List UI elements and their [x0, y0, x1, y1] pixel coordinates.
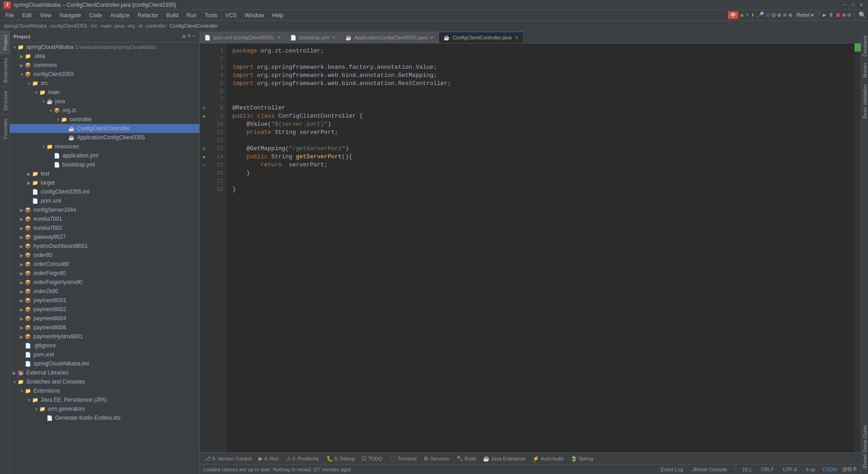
search-everywhere-icon[interactable]: 🔍: [859, 11, 866, 19]
breadcrumb-module[interactable]: configClient3355: [50, 23, 87, 28]
tree-item-generatekotlin[interactable]: 📄 Generate Kotlin Entities.kts: [10, 413, 199, 422]
status-charset[interactable]: UTF-8: [781, 466, 799, 473]
run-tool[interactable]: ▶ 4: Run: [256, 455, 281, 463]
tree-item-controller-folder[interactable]: ▾ 📁 controller: [10, 115, 199, 124]
tree-item-springcloudalibabaiml[interactable]: 📄 springCloudAlibaba.iml: [10, 359, 199, 368]
tree-item-order80[interactable]: ▶ 📦 order80: [10, 251, 199, 260]
panel-beanvalidation[interactable]: Bean Validation: [861, 81, 868, 121]
tree-item-gitignore[interactable]: 📄 .gitignore: [10, 341, 199, 350]
menu-run[interactable]: Run: [183, 11, 200, 19]
tree-item-payment8001[interactable]: ▶ 📦 payment8001: [10, 296, 199, 305]
rebel-dropdown[interactable]: Rebel ▾: [794, 11, 821, 19]
status-jrebel[interactable]: JRebel Console: [690, 466, 729, 473]
tree-item-extensions[interactable]: ▾ 📁 Extensions: [10, 386, 199, 395]
breadcrumb-src[interactable]: src: [91, 23, 98, 28]
menu-navigate[interactable]: Navigate: [56, 11, 85, 19]
menu-analyze[interactable]: Analyze: [107, 11, 133, 19]
tree-item-main[interactable]: ▾ 📁 main: [10, 88, 199, 97]
problems-tool[interactable]: ⚠ 6: Problems: [283, 455, 322, 463]
tree-item-externallibs[interactable]: ▶ 📚 External Libraries: [10, 368, 199, 377]
status-indent[interactable]: 4 sp: [804, 466, 817, 473]
panel-jrebel-setup[interactable]: JRebel Setup Guide: [861, 422, 868, 472]
panel-database[interactable]: Database: [861, 33, 868, 59]
tree-item-ormgenerators[interactable]: ▾ 📁 orm.generators: [10, 404, 199, 413]
javaenterprise-tool[interactable]: ☕ Java Enterprise: [480, 455, 528, 463]
project-sort-icon[interactable]: ≡: [188, 33, 191, 40]
tree-item-pom-root[interactable]: 📄 pom.xml: [10, 350, 199, 359]
status-position[interactable]: 18:1: [741, 466, 754, 473]
tree-item-target[interactable]: ▶ 📁 target: [10, 178, 199, 187]
tree-item-applicationyml[interactable]: 📄 application.yml: [10, 151, 199, 160]
tab-bootstrap[interactable]: 📄 bootstrap.yml ✕: [286, 32, 341, 43]
menu-edit[interactable]: Edit: [19, 11, 35, 19]
menu-tools[interactable]: Tools: [201, 11, 221, 19]
project-collapse-icon[interactable]: —: [193, 33, 196, 40]
autobuild-tool[interactable]: ⚡ Auto-build: [530, 455, 566, 463]
tree-item-eureka7001[interactable]: ▶ 📦 eureka7001: [10, 214, 199, 223]
vertical-tab-favorites[interactable]: Favorites: [0, 114, 9, 142]
tree-item-java[interactable]: ▾ ☕ java: [10, 97, 199, 106]
tree-item-javaee[interactable]: ▾ 📁 Java EE: Persistence (JPA): [10, 395, 199, 404]
terminal-tool[interactable]: ⬛ Terminal: [387, 455, 420, 463]
tree-item-payment8004[interactable]: ▶ 📦 payment8004: [10, 314, 199, 323]
tree-item-configclientcontroller[interactable]: ☕ ConfigClientController: [10, 124, 199, 133]
tree-item-configclient3355iml[interactable]: 📄 configClient3355.iml: [10, 187, 199, 196]
tree-item-configclient3355[interactable]: ▾ 📦 configClient3355: [10, 70, 199, 79]
tree-item-gateway9527[interactable]: ▶ 📦 gateway9527: [10, 232, 199, 242]
toolbar-icon-5[interactable]: ⊟: [848, 12, 851, 19]
tree-item-bootstrapyml[interactable]: 📄 bootstrap.yml: [10, 160, 199, 169]
toolbar-icon-2[interactable]: ⏸: [828, 12, 834, 19]
tab-bootstrap-close[interactable]: ✕: [332, 35, 336, 41]
tree-item-scratches[interactable]: ▾ 📁 Scratches and Consoles: [10, 377, 199, 386]
tree-item-test[interactable]: ▶ 📁 test: [10, 169, 199, 178]
breadcrumb-zt[interactable]: zt: [138, 23, 142, 28]
close-button[interactable]: ✕: [858, 2, 864, 8]
tree-item-appconfig[interactable]: ☕ ApplicationConfigClient3355: [10, 133, 199, 142]
tree-item-payment8002[interactable]: ▶ 📦 payment8002: [10, 305, 199, 314]
tree-item-commons[interactable]: ▶ 📦 commons: [10, 61, 199, 70]
toolbar-icon-4[interactable]: ⊞: [843, 12, 846, 19]
maximize-button[interactable]: □: [850, 2, 856, 8]
breadcrumb-class[interactable]: ConfigClientController: [170, 23, 218, 28]
todo-tool[interactable]: ☑ TODO: [359, 455, 385, 463]
tab-appconfig[interactable]: ☕ ApplicationConfigClient3355.java ✕: [341, 32, 439, 43]
menu-vcs[interactable]: VCS: [222, 11, 241, 19]
tab-pom[interactable]: 📄 pom.xml (configClient3355) ✕: [200, 32, 286, 43]
toolbar-icon-3[interactable]: ⏹: [835, 12, 841, 19]
code-content[interactable]: package org.zt.controller; import org.sp…: [227, 43, 854, 452]
tab-appconfig-close[interactable]: ✕: [430, 35, 434, 41]
version-control-tool[interactable]: ⎇ 9: Version Control: [202, 455, 254, 463]
tree-item-orderfeignhystrix80[interactable]: ▶ 📦 orderFeignHystrix80: [10, 278, 199, 287]
menu-file[interactable]: File: [2, 11, 18, 19]
breadcrumb-java[interactable]: java: [115, 23, 124, 28]
tree-item-src[interactable]: ▾ 📁 src: [10, 79, 199, 88]
tab-configcontroller[interactable]: ☕ ConfigClientController.java ✕: [439, 32, 523, 43]
debug-tool[interactable]: 🐛 5: Debug: [324, 455, 358, 463]
tree-item-paymenthystrix8001[interactable]: ▶ 📦 paymentHystrix8001: [10, 332, 199, 341]
build-tool[interactable]: 🔨 Build: [454, 455, 478, 463]
tree-item-springcloudalibaba[interactable]: ▾ 📁 springCloudAlibaba D:\workspace\spri…: [10, 43, 199, 52]
tree-item-payment8006[interactable]: ▶ 📦 payment8006: [10, 323, 199, 332]
vertical-tab-bookmarks[interactable]: Bookmarks: [0, 54, 9, 86]
tree-item-orderfeign80[interactable]: ▶ 📦 orderFeign80: [10, 269, 199, 278]
spring-tool[interactable]: 🍃 Spring: [568, 455, 596, 463]
tree-item-hystrixdashboard9001[interactable]: ▶ 📦 hystrixDashboard9001: [10, 242, 199, 251]
tree-item-orderconsul80[interactable]: ▶ 📦 orderConsul80: [10, 260, 199, 269]
menu-refactor[interactable]: Refactor: [134, 11, 162, 19]
tree-item-resources[interactable]: ▾ 📁 resources: [10, 142, 199, 151]
tree-item-eureka7002[interactable]: ▶ 📦 eureka7002: [10, 223, 199, 232]
tree-item-orderzk80[interactable]: ▶ 📦 orderZk80: [10, 287, 199, 296]
tree-item-configserver3344[interactable]: ▶ 📦 configServer3344: [10, 205, 199, 214]
toolbar-icon-1[interactable]: ▶: [823, 12, 826, 19]
services-tool[interactable]: ⚙ Services: [421, 455, 452, 463]
tab-pom-close[interactable]: ✕: [277, 35, 281, 41]
breadcrumb-org[interactable]: org: [127, 23, 135, 28]
panel-maven[interactable]: Maven: [861, 60, 868, 81]
status-eventlog[interactable]: Event Log: [659, 466, 685, 473]
minimize-button[interactable]: ─: [842, 2, 848, 8]
menu-view[interactable]: View: [36, 11, 55, 19]
breadcrumb-controller[interactable]: controller: [146, 23, 166, 28]
vertical-tab-structure[interactable]: Structure: [0, 86, 9, 114]
menu-help[interactable]: Help: [269, 11, 287, 19]
vertical-tab-project[interactable]: Project: [0, 31, 9, 54]
